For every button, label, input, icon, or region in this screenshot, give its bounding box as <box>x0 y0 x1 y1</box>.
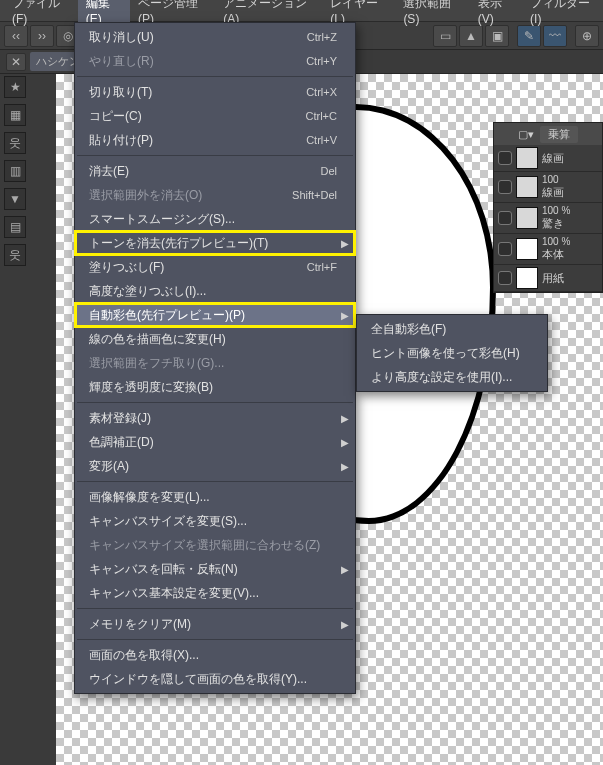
menu-item-label: 選択範囲外を消去(O) <box>89 187 292 204</box>
visibility-toggle-icon[interactable] <box>498 271 512 285</box>
layer-row[interactable]: 100 %本体 <box>494 234 602 265</box>
person-b-icon[interactable]: 웃 <box>4 244 26 266</box>
menu-item[interactable]: メモリをクリア(M)▶ <box>75 612 355 636</box>
menubar-item[interactable]: フィルター(I) <box>522 0 603 29</box>
menu-item-label: 切り取り(T) <box>89 84 306 101</box>
layer-thumbnail <box>516 176 538 198</box>
layer-opacity: 100 <box>542 174 598 185</box>
menu-item[interactable]: 画面の色を取得(X)... <box>75 643 355 667</box>
layer-info: 100 %本体 <box>542 236 598 262</box>
grad-icon[interactable]: ▤ <box>4 216 26 238</box>
submenu-arrow-icon: ▶ <box>341 437 349 448</box>
menu-item[interactable]: 色調補正(D)▶ <box>75 430 355 454</box>
layer-name: 用紙 <box>542 271 598 286</box>
layer-name: 線画 <box>542 185 598 200</box>
menu-item[interactable]: 貼り付け(P)Ctrl+V <box>75 128 355 152</box>
menu-item-label: 変形(A) <box>89 458 337 475</box>
menu-item: 選択範囲外を消去(O)Shift+Del <box>75 183 355 207</box>
tri-icon[interactable]: ▼ <box>4 188 26 210</box>
menu-item: キャンバスサイズを選択範囲に合わせる(Z) <box>75 533 355 557</box>
submenu-item-label: より高度な設定を使用(I)... <box>371 369 529 386</box>
layer-row[interactable]: 線画 <box>494 145 602 172</box>
layers-header[interactable]: ▢▾ 乗算 <box>494 123 602 145</box>
menu-item-label: 画像解像度を変更(L)... <box>89 489 337 506</box>
submenu-item[interactable]: 全自動彩色(F) <box>357 317 547 341</box>
submenu-arrow-icon: ▶ <box>341 310 349 321</box>
visibility-toggle-icon[interactable] <box>498 180 512 194</box>
menu-item[interactable]: 高度な塗りつぶし(I)... <box>75 279 355 303</box>
menu-item[interactable]: 変形(A)▶ <box>75 454 355 478</box>
submenu-item[interactable]: ヒント画像を使って彩色(H) <box>357 341 547 365</box>
menu-item-shortcut: Shift+Del <box>292 189 337 201</box>
layer-name: 驚き <box>542 216 598 231</box>
menu-separator <box>77 76 353 77</box>
menubar-item[interactable]: ファイル(F) <box>4 0 78 29</box>
submenu-item-label: 全自動彩色(F) <box>371 321 529 338</box>
menu-item-label: 消去(E) <box>89 163 320 180</box>
menu-item[interactable]: トーンを消去(先行プレビュー)(T)▶ <box>75 231 355 255</box>
split-icon[interactable]: ▥ <box>4 160 26 182</box>
menu-item[interactable]: 輝度を透明度に変換(B) <box>75 375 355 399</box>
menu-item[interactable]: 塗りつぶし(F)Ctrl+F <box>75 255 355 279</box>
layers-panel: ▢▾ 乗算 線画100線画100 %驚き100 %本体用紙 <box>493 122 603 293</box>
menubar-item[interactable]: 表示(V) <box>470 0 522 29</box>
menu-item-label: キャンバスサイズを変更(S)... <box>89 513 337 530</box>
submenu-item-label: ヒント画像を使って彩色(H) <box>371 345 529 362</box>
menu-item: やり直し(R)Ctrl+Y <box>75 49 355 73</box>
layer-info: 100 %驚き <box>542 205 598 231</box>
menu-item-label: 貼り付け(P) <box>89 132 306 149</box>
menubar-item[interactable]: 選択範囲(S) <box>395 0 469 29</box>
person-a-icon[interactable]: 웃 <box>4 132 26 154</box>
layer-opacity: 100 % <box>542 205 598 216</box>
menu-item[interactable]: 消去(E)Del <box>75 159 355 183</box>
menu-item[interactable]: キャンバス基本設定を変更(V)... <box>75 581 355 605</box>
layer-opacity: 100 % <box>542 236 598 247</box>
menu-item-shortcut: Ctrl+Y <box>306 55 337 67</box>
layer-name: 線画 <box>542 151 598 166</box>
menu-item-label: 塗りつぶし(F) <box>89 259 307 276</box>
layer-thumbnail <box>516 207 538 229</box>
layer-row[interactable]: 100 %驚き <box>494 203 602 234</box>
menu-separator <box>77 639 353 640</box>
menu-item-shortcut: Ctrl+Z <box>307 31 337 43</box>
menu-item-label: 高度な塗りつぶし(I)... <box>89 283 337 300</box>
grid-icon[interactable]: ▦ <box>4 104 26 126</box>
menu-separator <box>77 608 353 609</box>
left-tools: ★ ▦ 웃 ▥ ▼ ▤ 웃 <box>4 76 28 266</box>
menu-item[interactable]: 切り取り(T)Ctrl+X <box>75 80 355 104</box>
menu-item[interactable]: キャンバスを回転・反転(N)▶ <box>75 557 355 581</box>
submenu-arrow-icon: ▶ <box>341 461 349 472</box>
visibility-toggle-icon[interactable] <box>498 242 512 256</box>
layer-row[interactable]: 100線画 <box>494 172 602 203</box>
visibility-toggle-icon[interactable] <box>498 211 512 225</box>
menu-item-label: スマートスムージング(S)... <box>89 211 337 228</box>
menu-item[interactable]: 素材登録(J)▶ <box>75 406 355 430</box>
menu-item[interactable]: コピー(C)Ctrl+C <box>75 104 355 128</box>
menu-item[interactable]: スマートスムージング(S)... <box>75 207 355 231</box>
star-icon[interactable]: ★ <box>4 76 26 98</box>
menu-item-label: 選択範囲をフチ取り(G)... <box>89 355 337 372</box>
layer-info: 線画 <box>542 151 598 166</box>
menu-item-label: 画面の色を取得(X)... <box>89 647 337 664</box>
menu-item[interactable]: 線の色を描画色に変更(H) <box>75 327 355 351</box>
visibility-toggle-icon[interactable] <box>498 151 512 165</box>
submenu-arrow-icon: ▶ <box>341 238 349 249</box>
menu-item-label: 色調補正(D) <box>89 434 337 451</box>
close-mark-icon[interactable]: ✕ <box>6 53 26 71</box>
menu-item[interactable]: 取り消し(U)Ctrl+Z <box>75 25 355 49</box>
edit-menu-dropdown: 取り消し(U)Ctrl+Zやり直し(R)Ctrl+Y切り取り(T)Ctrl+Xコ… <box>74 22 356 694</box>
menu-item[interactable]: 自動彩色(先行プレビュー)(P)▶ <box>75 303 355 327</box>
menu-item[interactable]: キャンバスサイズを変更(S)... <box>75 509 355 533</box>
submenu-item[interactable]: より高度な設定を使用(I)... <box>357 365 547 389</box>
blend-mode-select[interactable]: 乗算 <box>540 126 578 143</box>
menu-item-shortcut: Ctrl+X <box>306 86 337 98</box>
menu-item-label: メモリをクリア(M) <box>89 616 337 633</box>
menu-item[interactable]: 画像解像度を変更(L)... <box>75 485 355 509</box>
layer-row[interactable]: 用紙 <box>494 265 602 292</box>
menu-separator <box>77 155 353 156</box>
layer-name: 本体 <box>542 247 598 262</box>
menu-item[interactable]: ウインドウを隠して画面の色を取得(Y)... <box>75 667 355 691</box>
menu-item-label: ウインドウを隠して画面の色を取得(Y)... <box>89 671 337 688</box>
menu-separator <box>77 481 353 482</box>
layer-info: 100線画 <box>542 174 598 200</box>
